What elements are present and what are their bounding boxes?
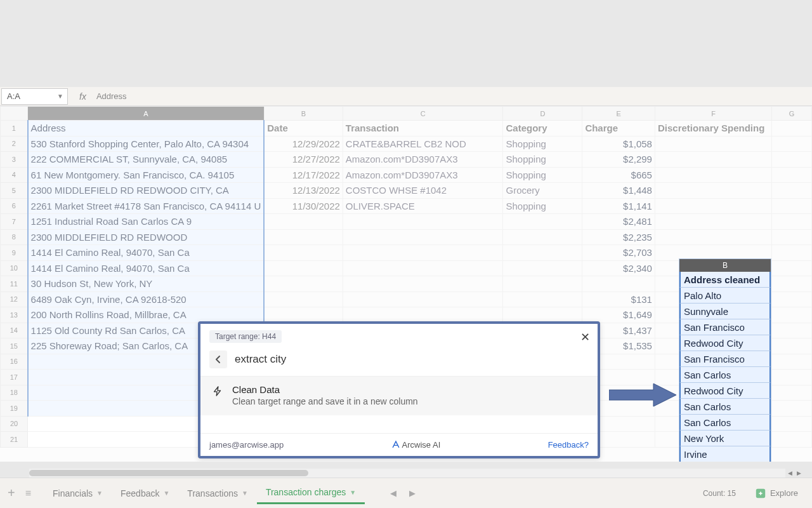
cell[interactable] — [343, 276, 503, 292]
row-header[interactable]: 13 — [1, 307, 28, 323]
column-header-B[interactable]: B — [264, 107, 343, 121]
cell[interactable] — [655, 167, 771, 183]
cell[interactable] — [772, 198, 812, 214]
horizontal-scrollbar[interactable]: ◀ ▶ — [29, 469, 803, 478]
cell[interactable] — [343, 214, 503, 230]
cell[interactable] — [264, 229, 343, 245]
cell[interactable]: 12/17/2022 — [264, 167, 343, 183]
cell[interactable]: $665 — [582, 167, 655, 183]
cell[interactable] — [655, 214, 771, 230]
cell[interactable]: Address — [28, 121, 265, 137]
cell[interactable] — [772, 432, 812, 448]
cleaned-cell[interactable]: Redwood City — [679, 335, 771, 351]
cell[interactable] — [772, 323, 812, 338]
cell[interactable] — [655, 152, 771, 168]
cell[interactable]: COSTCO WHSE #1042 — [343, 183, 503, 199]
add-sheet-button[interactable]: + — [8, 486, 15, 500]
cell[interactable] — [343, 245, 503, 261]
cell[interactable] — [264, 307, 343, 323]
row-header[interactable]: 20 — [1, 416, 28, 432]
back-button[interactable] — [209, 351, 227, 368]
cell[interactable]: Amazon.com*DD3907AX3 — [343, 167, 503, 183]
row-header[interactable]: 7 — [1, 214, 28, 230]
cell[interactable]: OLIVER.SPACE — [343, 198, 503, 214]
cell[interactable]: 11/30/2022 — [264, 198, 343, 214]
cell[interactable] — [343, 291, 503, 307]
cell[interactable]: $1,141 — [582, 198, 655, 214]
cell[interactable]: Amazon.com*DD3907AX3 — [343, 152, 503, 168]
cell[interactable]: 1414 El Camino Real, 94070, San Ca — [28, 245, 265, 261]
row-header[interactable]: 21 — [1, 432, 28, 448]
cell[interactable] — [264, 260, 343, 276]
cell[interactable] — [264, 276, 343, 292]
namebox[interactable]: A:A ▼ — [1, 88, 68, 105]
cell[interactable]: $2,703 — [582, 245, 655, 261]
cell[interactable] — [343, 307, 503, 323]
cell[interactable]: $2,481 — [582, 214, 655, 230]
cleaned-header-cell[interactable]: Address cleaned — [679, 272, 771, 288]
cleaned-cell[interactable]: San Francisco — [679, 319, 771, 335]
cell[interactable] — [772, 416, 812, 432]
row-header[interactable]: 6 — [1, 198, 28, 214]
feedback-link[interactable]: Feedback? — [548, 440, 589, 450]
cell[interactable] — [772, 307, 812, 323]
cell[interactable]: $131 — [582, 291, 655, 307]
cell[interactable] — [772, 121, 812, 137]
cell[interactable]: 2261 Market Street #4178 San Francisco, … — [28, 198, 265, 214]
cell[interactable] — [264, 291, 343, 307]
row-header[interactable]: 16 — [1, 354, 28, 370]
cell[interactable] — [772, 183, 812, 199]
scrollbar-thumb[interactable] — [29, 470, 308, 476]
row-header[interactable]: 5 — [1, 183, 28, 199]
scroll-left-icon[interactable]: ◀ — [785, 469, 794, 478]
cell[interactable]: $2,340 — [582, 260, 655, 276]
cell[interactable]: Transaction — [343, 121, 503, 137]
row-header[interactable]: 14 — [1, 323, 28, 338]
close-icon[interactable]: ✕ — [580, 330, 590, 344]
row-header[interactable]: 19 — [1, 401, 28, 417]
row-header[interactable]: 17 — [1, 370, 28, 385]
column-header-D[interactable]: D — [503, 107, 582, 121]
cell[interactable] — [655, 136, 771, 152]
cell[interactable]: 2300 MIDDLEFIELD RD REDWOOD — [28, 229, 265, 245]
cleaned-cell[interactable]: Palo Alto — [679, 288, 771, 304]
row-header[interactable]: 3 — [1, 152, 28, 168]
cell[interactable]: 12/29/2022 — [264, 136, 343, 152]
cell[interactable] — [772, 354, 812, 370]
cell[interactable]: CRATE&BARREL CB2 NOD — [343, 136, 503, 152]
tab-next-icon[interactable]: ▶ — [409, 488, 416, 498]
cell[interactable] — [343, 229, 503, 245]
cell[interactable]: Discretionary Spending — [655, 121, 771, 137]
cleaned-cell[interactable]: San Carlos — [679, 367, 771, 383]
cleaned-cell[interactable]: San Carlos — [679, 415, 771, 431]
cell[interactable] — [772, 136, 812, 152]
column-header-F[interactable]: F — [655, 107, 771, 121]
cell[interactable] — [264, 245, 343, 261]
cell[interactable]: $1,448 — [582, 183, 655, 199]
cleaned-cell[interactable]: Irvine — [679, 446, 771, 462]
cell[interactable]: Shopping — [503, 198, 582, 214]
cell[interactable] — [503, 260, 582, 276]
row-header[interactable]: 9 — [1, 245, 28, 261]
all-sheets-icon[interactable]: ≡ — [25, 488, 31, 499]
cell[interactable] — [772, 401, 812, 417]
sheet-tab[interactable]: Transaction charges ▼ — [257, 482, 365, 504]
cell[interactable]: 222 COMMERCIAL ST, Sunnyvale, CA, 94085 — [28, 152, 265, 168]
row-header[interactable]: 4 — [1, 167, 28, 183]
cell[interactable] — [772, 152, 812, 168]
tab-prev-icon[interactable]: ◀ — [390, 488, 396, 498]
row-header[interactable]: 12 — [1, 291, 28, 307]
sheet-tab[interactable]: Financials ▼ — [44, 482, 112, 504]
cell[interactable] — [772, 291, 812, 307]
cell[interactable] — [264, 214, 343, 230]
cell[interactable] — [503, 307, 582, 323]
cleaned-column-header[interactable]: B — [679, 259, 771, 272]
cleaned-cell[interactable]: Sunnyvale — [679, 304, 771, 319]
cell[interactable] — [503, 214, 582, 230]
cell[interactable] — [772, 245, 812, 261]
cell[interactable]: 2300 MIDDLEFIELD RD REDWOOD CITY, CA — [28, 183, 265, 199]
cell[interactable]: 12/27/2022 — [264, 152, 343, 168]
cell[interactable]: 30 Hudson St, New York, NY — [28, 276, 265, 292]
cell[interactable]: Shopping — [503, 152, 582, 168]
cell[interactable]: $2,299 — [582, 152, 655, 168]
